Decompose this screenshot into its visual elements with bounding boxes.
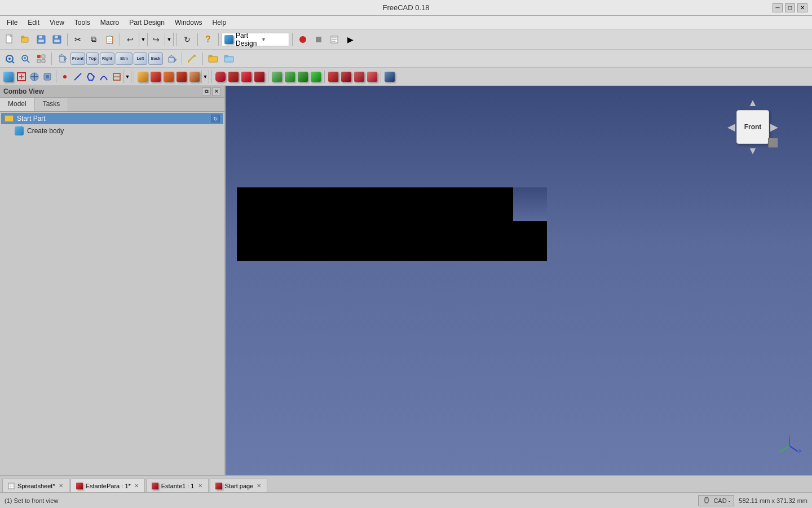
left-view-button[interactable]: Left (134, 52, 147, 65)
cut-button[interactable]: ✂ (70, 32, 85, 47)
arc-button[interactable] (98, 71, 110, 83)
estante1-close-button[interactable]: ✕ (197, 483, 204, 489)
help-button[interactable]: ? (201, 32, 215, 47)
tab-model[interactable]: Model (0, 98, 35, 111)
create-body-item[interactable]: Create body (1, 124, 223, 138)
nav-down-arrow[interactable]: ▼ (748, 145, 758, 157)
menu-partdesign[interactable]: Part Design (125, 17, 169, 28)
tree-root-item[interactable]: Start Part ↻ (1, 113, 223, 124)
startpage-close-button[interactable]: ✕ (255, 483, 262, 489)
macro-record-button[interactable] (295, 32, 310, 47)
nav-mini-cube[interactable] (768, 138, 778, 148)
redo-button[interactable]: ↪ (149, 32, 164, 47)
bottom-view-button[interactable]: Btm (116, 52, 133, 65)
clone-button[interactable] (383, 71, 396, 83)
top-view-button[interactable]: Top (86, 52, 99, 65)
nav-cube-face[interactable]: Front (736, 110, 769, 144)
boolean-slice-button[interactable] (366, 71, 378, 83)
nav-left-arrow[interactable]: ◀ (727, 121, 735, 133)
nav-right-arrow[interactable]: ▶ (770, 121, 778, 133)
part-button[interactable] (2, 71, 15, 83)
macro-stop-button[interactable] (311, 32, 326, 47)
spreadsheet-close-button[interactable]: ✕ (58, 483, 64, 489)
pad-button[interactable] (136, 71, 149, 83)
boolean-union-button[interactable] (340, 71, 352, 83)
macro-run-button[interactable]: ▶ (343, 32, 358, 47)
cad-status: CAD - (698, 495, 734, 506)
revolution-button[interactable] (162, 71, 175, 83)
line-button[interactable] (72, 71, 84, 83)
thickness-button[interactable] (253, 71, 266, 83)
groove-button[interactable] (175, 71, 188, 83)
folder2-button[interactable] (222, 51, 236, 66)
back-view-button[interactable]: Back (148, 52, 163, 65)
undo-button[interactable]: ↩ (123, 32, 138, 47)
axo-view-button[interactable] (164, 51, 179, 66)
polar-pattern-button[interactable] (297, 71, 309, 83)
menu-windows[interactable]: Windows (170, 17, 207, 28)
attach-sketch-button[interactable] (28, 71, 41, 83)
mirrored-button[interactable] (271, 71, 283, 83)
paste-button[interactable]: 📋 (102, 32, 117, 47)
fillet-button[interactable] (214, 71, 227, 83)
sketch-button[interactable] (15, 71, 28, 83)
menu-help[interactable]: Help (208, 17, 231, 28)
tree-refresh-button[interactable]: ↻ (211, 115, 220, 122)
redo-dropdown[interactable]: ▼ (165, 32, 173, 47)
open-file-button[interactable] (18, 32, 33, 47)
view-toggle-button[interactable] (34, 51, 48, 66)
svg-rect-27 (42, 59, 45, 63)
additive-button[interactable] (188, 71, 201, 83)
additive-dropdown[interactable]: ▼ (202, 71, 209, 83)
shape-notch (513, 187, 547, 221)
tab-startpage[interactable]: Start page ✕ (210, 479, 268, 492)
combo-close-button[interactable]: ✕ (212, 87, 221, 95)
combo-float-button[interactable]: ⧉ (202, 87, 211, 95)
chamfer-button[interactable] (227, 71, 240, 83)
macro-edit-button[interactable] (327, 32, 342, 47)
subshape-button[interactable] (41, 71, 54, 83)
boolean-frag-button[interactable] (353, 71, 365, 83)
measure-button[interactable] (185, 51, 200, 66)
nav-up-arrow[interactable]: ▲ (748, 97, 758, 109)
save-button[interactable] (34, 32, 48, 47)
refresh-button[interactable]: ↻ (180, 32, 195, 47)
boolean-cut-button[interactable] (327, 71, 339, 83)
saveas-button[interactable]: + (50, 32, 64, 47)
menu-tools[interactable]: Tools (70, 17, 95, 28)
tab-tasks[interactable]: Tasks (35, 98, 69, 111)
new-file-button[interactable] (2, 32, 17, 47)
viewport[interactable]: ▲ ◀ Front ▶ ▼ Z X Y (226, 86, 812, 475)
menu-view[interactable]: View (45, 17, 69, 28)
multitransform-button[interactable] (310, 71, 322, 83)
home-view-button[interactable] (55, 51, 69, 66)
menu-edit[interactable]: Edit (23, 17, 44, 28)
sep-t6 (381, 71, 381, 83)
folder1-button[interactable] (206, 51, 220, 66)
close-button[interactable]: ✕ (797, 3, 807, 12)
constraint-button[interactable] (111, 71, 123, 83)
point-button[interactable] (59, 71, 71, 83)
draft-button[interactable] (240, 71, 253, 83)
tab-spreadsheet[interactable]: Spreadsheet* ✕ (2, 479, 69, 492)
copy-button[interactable]: ⧉ (86, 32, 101, 47)
constraint-dropdown[interactable]: ▼ (124, 71, 131, 83)
svg-line-58 (781, 446, 789, 452)
minimize-button[interactable]: ─ (773, 3, 783, 12)
pocket-button[interactable] (149, 71, 162, 83)
tab-estante1[interactable]: Estante1 : 1 ✕ (146, 479, 209, 492)
zoom-selected-button[interactable] (18, 51, 33, 66)
svg-line-20 (12, 62, 14, 63)
linear-pattern-button[interactable] (284, 71, 296, 83)
estantepara-close-button[interactable]: ✕ (133, 483, 140, 489)
maximize-button[interactable]: □ (785, 3, 795, 12)
tab-estantepara[interactable]: EstantePara : 1* ✕ (70, 479, 145, 492)
menu-macro[interactable]: Macro (96, 17, 123, 28)
right-view-button[interactable]: Right (100, 52, 114, 65)
front-view-button[interactable]: Front (70, 52, 85, 65)
menu-file[interactable]: File (2, 17, 22, 28)
circle-button[interactable] (85, 71, 97, 83)
zoom-fit-button[interactable] (2, 51, 17, 66)
undo-dropdown[interactable]: ▼ (139, 32, 147, 47)
workbench-dropdown[interactable]: Part Design ▼ (222, 33, 289, 46)
